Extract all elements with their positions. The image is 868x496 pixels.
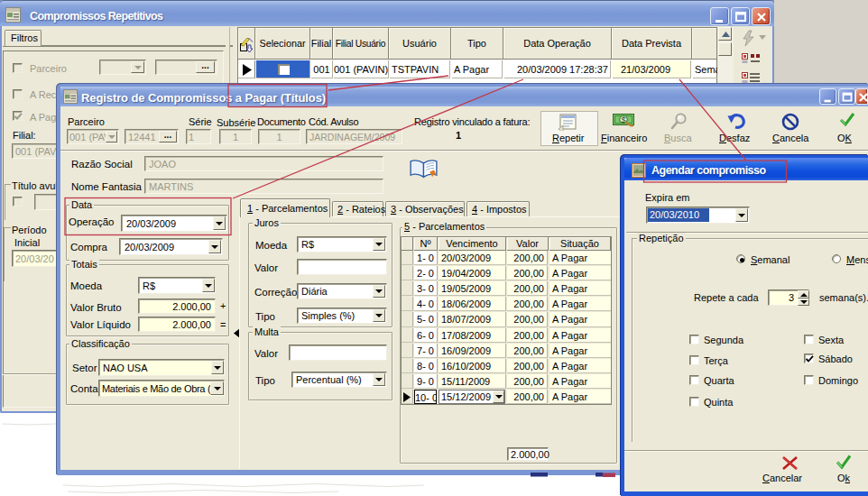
- svg-text:$: $: [621, 115, 625, 124]
